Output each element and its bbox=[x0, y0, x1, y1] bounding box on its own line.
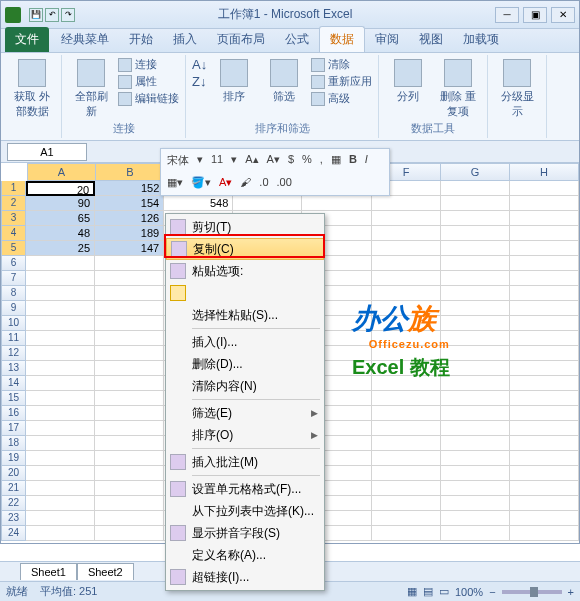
cell-H12[interactable] bbox=[510, 346, 579, 361]
cm-delete[interactable]: 删除(D)... bbox=[166, 353, 324, 375]
cell-A17[interactable] bbox=[26, 421, 95, 436]
cell-A2[interactable]: 90 bbox=[26, 196, 95, 211]
row-header-14[interactable]: 14 bbox=[1, 376, 26, 391]
cell-F7[interactable] bbox=[372, 271, 441, 286]
cm-insert[interactable]: 插入(I)... bbox=[166, 331, 324, 353]
properties-button[interactable]: 属性 bbox=[118, 74, 179, 89]
row-header-9[interactable]: 9 bbox=[1, 301, 26, 316]
row-header-5[interactable]: 5 bbox=[1, 241, 26, 256]
cell-style-icon[interactable]: ▦ bbox=[329, 153, 343, 169]
cell-G18[interactable] bbox=[441, 436, 510, 451]
cell-A12[interactable] bbox=[26, 346, 95, 361]
cell-G20[interactable] bbox=[441, 466, 510, 481]
cm-copy[interactable]: 复制(C) bbox=[166, 238, 324, 260]
cell-G8[interactable] bbox=[441, 286, 510, 301]
row-header-18[interactable]: 18 bbox=[1, 436, 26, 451]
cell-A21[interactable] bbox=[26, 481, 95, 496]
cell-A8[interactable] bbox=[26, 286, 95, 301]
refresh-all-button[interactable]: 全部刷新 bbox=[68, 57, 114, 121]
row-header-7[interactable]: 7 bbox=[1, 271, 26, 286]
cell-B22[interactable] bbox=[95, 496, 164, 511]
cell-B23[interactable] bbox=[95, 511, 164, 526]
row-header-24[interactable]: 24 bbox=[1, 526, 26, 541]
group-outline-button[interactable]: 分级显示 bbox=[494, 57, 540, 121]
cell-B13[interactable] bbox=[95, 361, 164, 376]
cell-H3[interactable] bbox=[510, 211, 579, 226]
zoom-in-button[interactable]: + bbox=[568, 586, 574, 598]
filter-button[interactable]: 筛选 bbox=[261, 57, 307, 106]
row-header-17[interactable]: 17 bbox=[1, 421, 26, 436]
cell-F2[interactable] bbox=[372, 196, 441, 211]
cell-F22[interactable] bbox=[372, 496, 441, 511]
row-header-13[interactable]: 13 bbox=[1, 361, 26, 376]
zoom-out-button[interactable]: − bbox=[489, 586, 495, 598]
sort-desc-icon[interactable]: Z↓ bbox=[192, 74, 207, 89]
cell-G7[interactable] bbox=[441, 271, 510, 286]
font-color-icon[interactable]: A▾ bbox=[217, 176, 234, 192]
cell-D2[interactable] bbox=[233, 196, 302, 211]
cell-A24[interactable] bbox=[26, 526, 95, 541]
cell-A15[interactable] bbox=[26, 391, 95, 406]
cell-B20[interactable] bbox=[95, 466, 164, 481]
cell-B17[interactable] bbox=[95, 421, 164, 436]
cell-G19[interactable] bbox=[441, 451, 510, 466]
cell-G23[interactable] bbox=[441, 511, 510, 526]
cell-H22[interactable] bbox=[510, 496, 579, 511]
cell-F3[interactable] bbox=[372, 211, 441, 226]
cell-F6[interactable] bbox=[372, 256, 441, 271]
cell-B9[interactable] bbox=[95, 301, 164, 316]
col-header-A[interactable]: A bbox=[27, 163, 96, 181]
cell-F24[interactable] bbox=[372, 526, 441, 541]
sheet-tab-2[interactable]: Sheet2 bbox=[77, 563, 134, 580]
cell-H23[interactable] bbox=[510, 511, 579, 526]
cell-F21[interactable] bbox=[372, 481, 441, 496]
cell-A19[interactable] bbox=[26, 451, 95, 466]
close-button[interactable]: ✕ bbox=[551, 7, 575, 23]
row-header-2[interactable]: 2 bbox=[1, 196, 26, 211]
cell-B16[interactable] bbox=[95, 406, 164, 421]
cell-F4[interactable] bbox=[372, 226, 441, 241]
row-header-4[interactable]: 4 bbox=[1, 226, 26, 241]
cell-H9[interactable] bbox=[510, 301, 579, 316]
cell-A23[interactable] bbox=[26, 511, 95, 526]
sheet-tab-1[interactable]: Sheet1 bbox=[20, 563, 77, 580]
cell-A10[interactable] bbox=[26, 316, 95, 331]
font-family-select[interactable]: 宋体 bbox=[165, 153, 191, 169]
cell-H10[interactable] bbox=[510, 316, 579, 331]
cell-A20[interactable] bbox=[26, 466, 95, 481]
cell-A5[interactable]: 25 bbox=[26, 241, 95, 256]
cell-H2[interactable] bbox=[510, 196, 579, 211]
cell-H6[interactable] bbox=[510, 256, 579, 271]
cell-B18[interactable] bbox=[95, 436, 164, 451]
cm-insert-comment[interactable]: 插入批注(M) bbox=[166, 451, 324, 473]
font-size-select[interactable]: 11 bbox=[209, 153, 225, 169]
view-normal-icon[interactable]: ▦ bbox=[407, 585, 417, 598]
cell-G22[interactable] bbox=[441, 496, 510, 511]
cell-G2[interactable] bbox=[441, 196, 510, 211]
cell-B8[interactable] bbox=[95, 286, 164, 301]
cell-H18[interactable] bbox=[510, 436, 579, 451]
text-to-columns-button[interactable]: 分列 bbox=[385, 57, 431, 106]
view-layout-icon[interactable]: ▤ bbox=[423, 585, 433, 598]
row-header-21[interactable]: 21 bbox=[1, 481, 26, 496]
col-header-B[interactable]: B bbox=[96, 163, 165, 181]
cell-A22[interactable] bbox=[26, 496, 95, 511]
col-header-H[interactable]: H bbox=[510, 163, 579, 181]
cell-A6[interactable] bbox=[26, 256, 95, 271]
bold-icon[interactable]: B bbox=[347, 153, 359, 169]
cell-F8[interactable] bbox=[372, 286, 441, 301]
cm-hyperlink[interactable]: 超链接(I)... bbox=[166, 566, 324, 588]
border-icon[interactable]: ▦▾ bbox=[165, 176, 185, 192]
decrease-font-icon[interactable]: A▾ bbox=[265, 153, 282, 169]
tab-insert[interactable]: 插入 bbox=[163, 27, 207, 52]
cell-G12[interactable] bbox=[441, 346, 510, 361]
edit-links-button[interactable]: 编辑链接 bbox=[118, 91, 179, 106]
percent-icon[interactable]: % bbox=[300, 153, 314, 169]
cell-B4[interactable]: 189 bbox=[95, 226, 164, 241]
cell-G5[interactable] bbox=[441, 241, 510, 256]
cell-A9[interactable] bbox=[26, 301, 95, 316]
cell-G16[interactable] bbox=[441, 406, 510, 421]
cell-G24[interactable] bbox=[441, 526, 510, 541]
row-header-8[interactable]: 8 bbox=[1, 286, 26, 301]
tab-layout[interactable]: 页面布局 bbox=[207, 27, 275, 52]
